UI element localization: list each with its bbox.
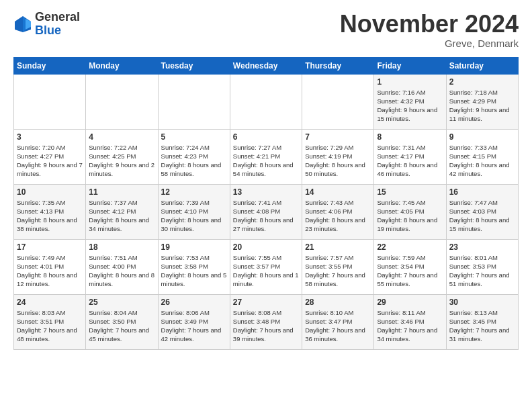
logo-icon bbox=[13, 15, 32, 34]
day-info: Sunrise: 7:51 AM Sunset: 4:00 PM Dayligh… bbox=[89, 253, 154, 289]
calendar-week-4: 24Sunrise: 8:03 AM Sunset: 3:51 PM Dayli… bbox=[14, 294, 519, 349]
col-thursday: Thursday bbox=[302, 57, 374, 74]
day-info: Sunrise: 7:18 AM Sunset: 4:29 PM Dayligh… bbox=[449, 88, 515, 124]
calendar-cell-w2d3: 13Sunrise: 7:41 AM Sunset: 4:08 PM Dayli… bbox=[230, 184, 302, 239]
day-number: 18 bbox=[89, 242, 154, 252]
logo-blue: Blue bbox=[35, 24, 80, 38]
day-number: 23 bbox=[449, 242, 515, 252]
header: General Blue November 2024 Greve, Denmar… bbox=[13, 11, 519, 49]
day-info: Sunrise: 7:39 AM Sunset: 4:10 PM Dayligh… bbox=[161, 198, 227, 234]
calendar-cell-w3d2: 19Sunrise: 7:53 AM Sunset: 3:58 PM Dayli… bbox=[158, 239, 230, 294]
day-number: 9 bbox=[449, 132, 515, 142]
calendar-cell-w1d4: 7Sunrise: 7:29 AM Sunset: 4:19 PM Daylig… bbox=[302, 129, 374, 184]
calendar-cell-w2d1: 11Sunrise: 7:37 AM Sunset: 4:12 PM Dayli… bbox=[86, 184, 158, 239]
day-number: 15 bbox=[377, 187, 443, 197]
day-number: 21 bbox=[305, 242, 371, 252]
day-info: Sunrise: 7:41 AM Sunset: 4:08 PM Dayligh… bbox=[233, 198, 299, 234]
day-number: 13 bbox=[233, 187, 299, 197]
day-number: 6 bbox=[233, 132, 299, 142]
calendar-cell-w2d0: 10Sunrise: 7:35 AM Sunset: 4:13 PM Dayli… bbox=[14, 184, 86, 239]
calendar-cell-w1d1: 4Sunrise: 7:22 AM Sunset: 4:25 PM Daylig… bbox=[86, 129, 158, 184]
col-saturday: Saturday bbox=[446, 57, 518, 74]
day-info: Sunrise: 7:47 AM Sunset: 4:03 PM Dayligh… bbox=[449, 198, 515, 234]
calendar-cell-w0d6: 2Sunrise: 7:18 AM Sunset: 4:29 PM Daylig… bbox=[446, 74, 518, 129]
day-number: 28 bbox=[305, 298, 371, 307]
calendar-cell-w4d5: 29Sunrise: 8:11 AM Sunset: 3:46 PM Dayli… bbox=[374, 294, 446, 349]
calendar-table: Sunday Monday Tuesday Wednesday Thursday… bbox=[13, 57, 519, 350]
day-info: Sunrise: 7:35 AM Sunset: 4:13 PM Dayligh… bbox=[17, 198, 83, 234]
day-info: Sunrise: 8:13 AM Sunset: 3:45 PM Dayligh… bbox=[449, 308, 515, 344]
day-info: Sunrise: 7:45 AM Sunset: 4:05 PM Dayligh… bbox=[377, 198, 443, 234]
svg-marker-2 bbox=[23, 16, 26, 32]
day-info: Sunrise: 8:11 AM Sunset: 3:46 PM Dayligh… bbox=[377, 308, 443, 344]
day-number: 12 bbox=[161, 187, 227, 197]
calendar-week-3: 17Sunrise: 7:49 AM Sunset: 4:01 PM Dayli… bbox=[14, 239, 519, 294]
day-number: 26 bbox=[161, 298, 227, 307]
day-info: Sunrise: 7:29 AM Sunset: 4:19 PM Dayligh… bbox=[305, 143, 371, 179]
day-info: Sunrise: 7:31 AM Sunset: 4:17 PM Dayligh… bbox=[377, 143, 443, 179]
day-number: 22 bbox=[377, 242, 443, 252]
col-monday: Monday bbox=[86, 57, 158, 74]
day-number: 2 bbox=[449, 77, 515, 87]
calendar-cell-w0d3 bbox=[230, 74, 302, 129]
calendar-week-2: 10Sunrise: 7:35 AM Sunset: 4:13 PM Dayli… bbox=[14, 184, 519, 239]
calendar-cell-w4d1: 25Sunrise: 8:04 AM Sunset: 3:50 PM Dayli… bbox=[86, 294, 158, 349]
day-info: Sunrise: 8:06 AM Sunset: 3:49 PM Dayligh… bbox=[161, 308, 227, 344]
day-number: 10 bbox=[17, 187, 83, 197]
calendar-cell-w4d4: 28Sunrise: 8:10 AM Sunset: 3:47 PM Dayli… bbox=[302, 294, 374, 349]
day-info: Sunrise: 8:08 AM Sunset: 3:48 PM Dayligh… bbox=[233, 308, 299, 344]
col-tuesday: Tuesday bbox=[158, 57, 230, 74]
col-wednesday: Wednesday bbox=[230, 57, 302, 74]
calendar-cell-w0d4 bbox=[302, 74, 374, 129]
day-info: Sunrise: 7:20 AM Sunset: 4:27 PM Dayligh… bbox=[17, 143, 83, 179]
logo-general: General bbox=[35, 11, 80, 24]
day-number: 25 bbox=[89, 298, 154, 307]
day-number: 7 bbox=[305, 132, 371, 142]
location: Greve, Denmark bbox=[340, 38, 519, 49]
logo: General Blue bbox=[13, 11, 80, 38]
calendar-cell-w3d0: 17Sunrise: 7:49 AM Sunset: 4:01 PM Dayli… bbox=[14, 239, 86, 294]
day-number: 19 bbox=[161, 242, 227, 252]
calendar-cell-w2d2: 12Sunrise: 7:39 AM Sunset: 4:10 PM Dayli… bbox=[158, 184, 230, 239]
day-info: Sunrise: 8:03 AM Sunset: 3:51 PM Dayligh… bbox=[17, 308, 83, 344]
month-title: November 2024 bbox=[340, 11, 519, 38]
calendar-cell-w3d3: 20Sunrise: 7:55 AM Sunset: 3:57 PM Dayli… bbox=[230, 239, 302, 294]
calendar-body: 1Sunrise: 7:16 AM Sunset: 4:32 PM Daylig… bbox=[14, 74, 519, 349]
calendar-cell-w3d6: 23Sunrise: 8:01 AM Sunset: 3:53 PM Dayli… bbox=[446, 239, 518, 294]
day-info: Sunrise: 7:57 AM Sunset: 3:55 PM Dayligh… bbox=[305, 253, 371, 289]
day-number: 11 bbox=[89, 187, 154, 197]
calendar-cell-w2d6: 16Sunrise: 7:47 AM Sunset: 4:03 PM Dayli… bbox=[446, 184, 518, 239]
day-info: Sunrise: 7:24 AM Sunset: 4:23 PM Dayligh… bbox=[161, 143, 227, 179]
calendar-cell-w0d5: 1Sunrise: 7:16 AM Sunset: 4:32 PM Daylig… bbox=[374, 74, 446, 129]
calendar-cell-w1d0: 3Sunrise: 7:20 AM Sunset: 4:27 PM Daylig… bbox=[14, 129, 86, 184]
day-number: 3 bbox=[17, 132, 83, 142]
calendar-cell-w2d4: 14Sunrise: 7:43 AM Sunset: 4:06 PM Dayli… bbox=[302, 184, 374, 239]
day-info: Sunrise: 7:33 AM Sunset: 4:15 PM Dayligh… bbox=[449, 143, 515, 179]
calendar-cell-w1d5: 8Sunrise: 7:31 AM Sunset: 4:17 PM Daylig… bbox=[374, 129, 446, 184]
day-info: Sunrise: 7:55 AM Sunset: 3:57 PM Dayligh… bbox=[233, 253, 299, 289]
day-info: Sunrise: 8:10 AM Sunset: 3:47 PM Dayligh… bbox=[305, 308, 371, 344]
day-info: Sunrise: 8:04 AM Sunset: 3:50 PM Dayligh… bbox=[89, 308, 154, 344]
calendar-cell-w3d5: 22Sunrise: 7:59 AM Sunset: 3:54 PM Dayli… bbox=[374, 239, 446, 294]
day-number: 16 bbox=[449, 187, 515, 197]
calendar-cell-w1d3: 6Sunrise: 7:27 AM Sunset: 4:21 PM Daylig… bbox=[230, 129, 302, 184]
day-number: 17 bbox=[17, 242, 83, 252]
calendar-cell-w0d1 bbox=[86, 74, 158, 129]
col-friday: Friday bbox=[374, 57, 446, 74]
header-row: Sunday Monday Tuesday Wednesday Thursday… bbox=[14, 57, 519, 74]
day-info: Sunrise: 7:59 AM Sunset: 3:54 PM Dayligh… bbox=[377, 253, 443, 289]
page: General Blue November 2024 Greve, Denmar… bbox=[0, 0, 532, 357]
day-number: 5 bbox=[161, 132, 227, 142]
calendar-cell-w4d2: 26Sunrise: 8:06 AM Sunset: 3:49 PM Dayli… bbox=[158, 294, 230, 349]
day-info: Sunrise: 7:43 AM Sunset: 4:06 PM Dayligh… bbox=[305, 198, 371, 234]
calendar-cell-w4d3: 27Sunrise: 8:08 AM Sunset: 3:48 PM Dayli… bbox=[230, 294, 302, 349]
calendar-cell-w4d0: 24Sunrise: 8:03 AM Sunset: 3:51 PM Dayli… bbox=[14, 294, 86, 349]
calendar-week-1: 3Sunrise: 7:20 AM Sunset: 4:27 PM Daylig… bbox=[14, 129, 519, 184]
calendar-cell-w3d4: 21Sunrise: 7:57 AM Sunset: 3:55 PM Dayli… bbox=[302, 239, 374, 294]
calendar-week-0: 1Sunrise: 7:16 AM Sunset: 4:32 PM Daylig… bbox=[14, 74, 519, 129]
day-info: Sunrise: 7:49 AM Sunset: 4:01 PM Dayligh… bbox=[17, 253, 83, 289]
logo-text: General Blue bbox=[35, 11, 80, 38]
day-number: 27 bbox=[233, 298, 299, 307]
calendar-cell-w4d6: 30Sunrise: 8:13 AM Sunset: 3:45 PM Dayli… bbox=[446, 294, 518, 349]
day-info: Sunrise: 7:16 AM Sunset: 4:32 PM Dayligh… bbox=[377, 88, 443, 124]
